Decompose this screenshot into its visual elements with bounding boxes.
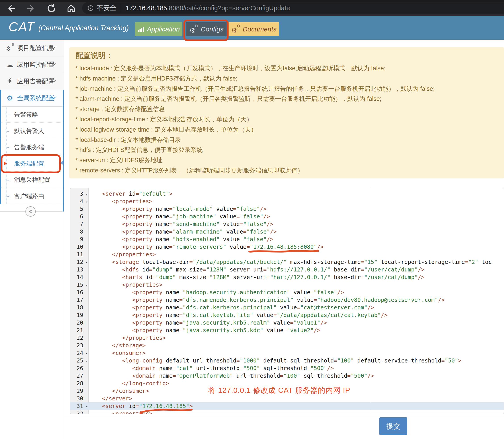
code-line[interactable]: <consumer> [88, 349, 504, 357]
code-line[interactable]: <property name="remote-servers" value="1… [88, 243, 504, 251]
line-number[interactable]: 5 [70, 205, 88, 213]
code-line[interactable]: <long-config default-url-threshold="1000… [88, 357, 504, 365]
line-number[interactable]: 27 [70, 372, 88, 380]
line-number[interactable]: 7 [70, 220, 88, 228]
line-number[interactable]: 16 [70, 289, 88, 296]
app-subtitle: (Central Application Tracking) [38, 24, 129, 32]
code-line[interactable]: <property name="job-machine" value="fals… [88, 213, 504, 220]
code-line[interactable]: <harfs id="dump" max-size="128M" server-… [88, 273, 504, 281]
sidebar-subitem-0[interactable]: 告警策略 [0, 107, 64, 123]
code-line[interactable]: <domain name="cat" url-threshold="500" s… [88, 365, 504, 372]
home-icon[interactable] [66, 3, 76, 13]
nav-configs-button[interactable]: ⚙⚙ Configs [186, 22, 227, 36]
code-line[interactable]: <property name="hdfs-enabled" value="fal… [88, 236, 504, 243]
code-line-row: 16 <property name="hadoop.security.authe… [70, 289, 504, 296]
code-line[interactable]: <hdfs id="dump" max-size="128M" server-u… [88, 266, 504, 273]
line-number[interactable]: 11 [70, 251, 88, 258]
line-number[interactable]: 23 [70, 342, 88, 349]
line-number[interactable]: 18 [70, 304, 88, 311]
line-number[interactable]: 30 [70, 395, 88, 402]
code-line[interactable]: <property name="java.security.krb5.realm… [88, 319, 504, 327]
code-line[interactable]: <properties> [88, 198, 504, 205]
fold-caret-icon[interactable]: ▾ [86, 191, 88, 198]
nav-documents-button[interactable]: ⚙⚙ Documents [228, 22, 279, 36]
sidebar-item-2[interactable]: 应用告警配置 [0, 73, 64, 90]
code-line[interactable]: </properties> [88, 251, 504, 258]
fold-caret-icon[interactable]: ▾ [86, 403, 88, 410]
line-number[interactable]: 21 [70, 327, 88, 334]
submit-button[interactable]: 提交 [379, 417, 407, 435]
code-token: "2" [468, 259, 478, 265]
line-number[interactable]: 24▾ [70, 349, 88, 357]
line-number[interactable]: 28 [70, 380, 88, 387]
line-number[interactable]: 17 [70, 296, 88, 304]
code-line[interactable]: <property name="hadoop.security.authenti… [88, 289, 504, 296]
code-line[interactable]: <properties> [88, 281, 504, 289]
sidebar-collapse-button[interactable]: « [25, 206, 36, 217]
sidebar-item-0[interactable]: ⚙⚙项目配置信息 [0, 40, 64, 56]
xml-config-editor[interactable]: 3▾<server id="default">4▾ <properties>5 … [70, 188, 504, 414]
code-line[interactable]: <properties> [88, 410, 504, 414]
code-line[interactable]: <property name="dfs.cat.keytab.file" val… [88, 311, 504, 319]
info-circle-icon[interactable] [88, 5, 94, 11]
code-token: value [267, 327, 283, 333]
sidebar-subitem-2[interactable]: 告警服务端 [0, 139, 64, 156]
fold-caret-icon[interactable]: ▾ [86, 281, 88, 289]
line-number[interactable]: 6 [70, 213, 88, 220]
line-number[interactable]: 25▾ [70, 357, 88, 365]
active-group-right-bar [63, 90, 64, 211]
sidebar-subitem-4[interactable]: 消息采样配置 [0, 172, 64, 188]
fold-caret-icon[interactable]: ▾ [86, 198, 88, 206]
line-number[interactable]: 8 [70, 228, 88, 236]
back-icon[interactable] [6, 3, 16, 13]
code-line[interactable]: </server> [88, 395, 504, 402]
line-number[interactable]: 29 [70, 387, 88, 395]
code-token: /> [317, 244, 324, 250]
code-line[interactable]: <property name="alarm-machine" value="fa… [88, 228, 504, 236]
fold-caret-icon[interactable]: ▾ [86, 259, 88, 266]
line-number[interactable]: 4▾ [70, 198, 88, 205]
url-bar[interactable]: 不安全 172.16.48.185:8080/cat/s/config?op=s… [82, 2, 504, 14]
line-number[interactable]: 3▾ [70, 190, 88, 198]
line-number[interactable]: 22 [70, 334, 88, 342]
code-line[interactable]: <property name="send-machine" value="fal… [88, 220, 504, 228]
code-token: = [169, 221, 173, 227]
code-token [223, 228, 226, 235]
line-number[interactable]: 32▾ [70, 410, 88, 414]
sidebar-item-3[interactable]: ⚙全局系统配置 [0, 90, 64, 107]
fold-caret-icon[interactable]: ▾ [86, 350, 88, 357]
nav-application-button[interactable]: Application [135, 22, 182, 36]
line-number[interactable]: 14 [70, 273, 88, 281]
sidebar-subitem-1[interactable]: 默认告警人 [0, 123, 64, 139]
page-url[interactable]: 172.16.48.185:8080/cat/s/config?op=serve… [126, 4, 290, 12]
line-number[interactable]: 26 [70, 365, 88, 372]
fold-caret-icon[interactable]: ▾ [86, 410, 88, 414]
sidebar-subitem-3[interactable]: 服务端配置 [0, 156, 64, 172]
code-token: "hadoop.security.authentication" [183, 289, 290, 296]
line-number[interactable]: 12▾ [70, 258, 88, 266]
code-line[interactable]: <property name="java.security.krb5.kdc" … [88, 327, 504, 334]
code-line[interactable]: </properties> [88, 334, 504, 342]
forward-icon[interactable] [26, 3, 36, 13]
code-token: value [297, 297, 314, 303]
code-line[interactable]: <domain name="OpenPlatformWeb" url-thres… [88, 372, 504, 380]
code-line[interactable]: <property name="dfs.namenode.kerberos.pr… [88, 296, 504, 304]
reload-icon[interactable] [46, 3, 56, 13]
fold-caret-icon[interactable]: ▾ [86, 357, 88, 365]
line-number[interactable]: 20 [70, 319, 88, 327]
code-line[interactable]: <server id="172.16.48.185"> [88, 402, 504, 410]
sidebar-item-1[interactable]: ☁应用监控配置 [0, 56, 64, 73]
line-number[interactable]: 9 [70, 236, 88, 243]
code-line[interactable]: <property name="dfs.cat.kerberos.princip… [88, 304, 504, 311]
line-number[interactable]: 10 [70, 243, 88, 251]
line-number[interactable]: 19 [70, 311, 88, 319]
line-number[interactable]: 31▾ [70, 402, 88, 410]
code-token [331, 274, 334, 280]
code-line[interactable]: <storage local-base-dir="/data/appdatas/… [88, 258, 504, 266]
line-number[interactable]: 15▾ [70, 281, 88, 289]
line-number[interactable]: 13 [70, 266, 88, 273]
code-line[interactable]: <server id="default"> [88, 190, 504, 198]
code-line[interactable]: </storage> [88, 342, 504, 349]
code-line[interactable]: <property name="local-mode" value="false… [88, 205, 504, 213]
sidebar-subitem-5[interactable]: 客户端路由 [0, 188, 64, 204]
